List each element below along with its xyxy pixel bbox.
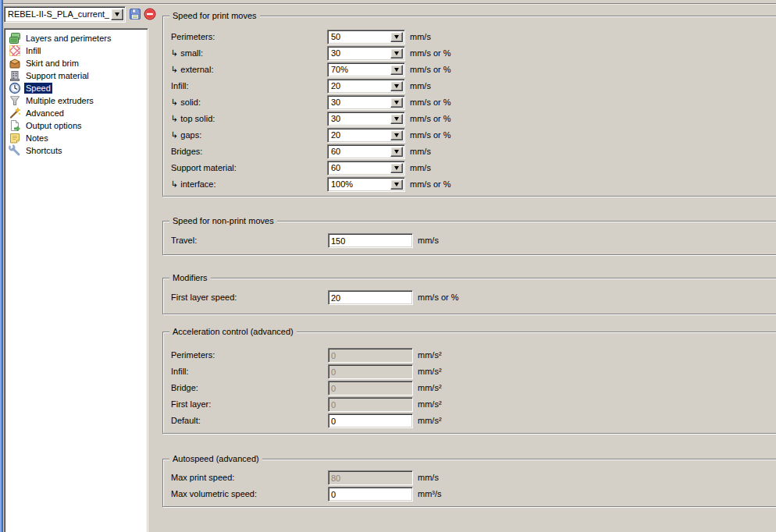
row-bridge-acceleration: Bridge: mm/s² (163, 381, 776, 395)
field-label: Perimeters: (171, 30, 215, 44)
sidebar-item-label: Output options (24, 120, 84, 131)
sidebar-item-notes[interactable]: Notes (5, 132, 148, 144)
support-interface-speed-combo[interactable]: 100% (327, 177, 405, 192)
chevron-down-icon[interactable] (390, 179, 403, 190)
row-infill: Infill: 20 mm/s (163, 79, 776, 94)
infill-speed-combo[interactable]: 20 (327, 79, 405, 94)
row-first-layer-acceleration: First layer: mm/s² (163, 397, 776, 412)
window-left-border (0, 0, 3, 532)
field-label: Bridge: (171, 381, 198, 395)
sidebar-item-label: Speed (24, 83, 52, 94)
sidebar-item-label: Advanced (24, 108, 66, 119)
unit-label: mm/s (410, 30, 431, 44)
sidebar-item-shortcuts[interactable]: Shortcuts (5, 144, 148, 157)
sidebar-item-skirt-and-brim[interactable]: Skirt and brim (5, 57, 148, 69)
chevron-down-icon[interactable] (390, 114, 403, 124)
default-acceleration-input[interactable] (328, 413, 413, 428)
chevron-down-icon[interactable] (111, 9, 123, 20)
group-speed-for-print-moves: Speed for print moves Perimeters: 50 mm/… (162, 16, 776, 197)
box-icon (9, 57, 21, 69)
group-modifiers: Modifiers First layer speed: mm/s or % (162, 278, 776, 314)
top-solid-infill-speed-combo[interactable]: 30 (327, 112, 405, 126)
field-label: ↳ solid: (171, 95, 201, 110)
max-print-speed-input (328, 470, 413, 485)
infill-acceleration-input (328, 364, 413, 379)
perimeters-acceleration-input (328, 348, 413, 363)
first-layer-speed-input[interactable] (328, 290, 413, 305)
combo-value: 20 (331, 130, 389, 140)
combo-value: 60 (331, 163, 389, 172)
sidebar-item-label: Infill (24, 45, 43, 56)
row-max-volumetric-speed: Max volumetric speed: mm³/s (163, 487, 776, 502)
group-title: Acceleration control (advanced) (169, 327, 297, 337)
travel-speed-input[interactable] (328, 233, 413, 248)
field-label: Default: (171, 413, 201, 428)
chevron-down-icon[interactable] (390, 130, 403, 140)
solid-infill-speed-combo[interactable]: 30 (327, 95, 405, 110)
field-label: First layer: (171, 397, 211, 412)
chevron-down-icon[interactable] (390, 48, 403, 59)
sidebar-item-infill[interactable]: Infill (5, 44, 148, 57)
unit-label: mm/s (418, 233, 439, 248)
unit-label: mm/s or % (410, 95, 451, 110)
chevron-down-icon[interactable] (390, 98, 403, 108)
group-title: Speed for print moves (169, 11, 260, 21)
unit-label: mm/s or % (410, 112, 451, 126)
row-support-material: Support material: 60 mm/s (163, 161, 776, 176)
field-label: Support material: (171, 161, 237, 176)
combo-value: 30 (331, 48, 389, 58)
unit-label: mm/s or % (410, 128, 451, 143)
support-material-speed-combo[interactable]: 60 (327, 161, 405, 176)
row-travel: Travel: mm/s (163, 233, 776, 248)
field-label: Bridges: (171, 144, 202, 159)
chevron-down-icon[interactable] (390, 81, 403, 91)
group-title: Speed for non-print moves (169, 216, 277, 226)
unit-label: mm/s or % (410, 46, 451, 61)
unit-label: mm/s² (418, 381, 442, 395)
field-label: ↳ interface: (171, 177, 216, 192)
unit-label: mm/s or % (410, 177, 451, 192)
row-top-solid-infill: ↳ top solid: 30 mm/s or % (163, 112, 776, 126)
note-icon (9, 132, 21, 144)
preset-select[interactable]: REBEL-II-S_PLA_current_s (4, 6, 126, 23)
sidebar-item-output-options[interactable]: Output options (5, 119, 148, 132)
unit-label: mm/s (410, 144, 431, 159)
row-gap-fill: ↳ gaps: 20 mm/s or % (163, 128, 776, 143)
row-default-acceleration: Default: mm/s² (163, 413, 776, 428)
group-speed-for-non-print-moves: Speed for non-print moves Travel: mm/s (162, 221, 776, 255)
chevron-down-icon[interactable] (390, 163, 403, 173)
sidebar-item-advanced[interactable]: Advanced (5, 107, 148, 119)
row-perimeters-acceleration: Perimeters: mm/s² (163, 348, 776, 363)
minus-circle-icon (144, 8, 156, 20)
external-perimeters-speed-combo[interactable]: 70% (327, 62, 405, 77)
row-external-perimeters: ↳ external: 70% mm/s or % (163, 62, 776, 77)
sidebar-item-layers-and-perimeters[interactable]: Layers and perimeters (5, 32, 148, 44)
unit-label: mm/s (410, 79, 431, 94)
sidebar-item-label: Skirt and brim (24, 58, 80, 69)
slic3r-print-settings-speed-page: REBEL-II-S_PLA_current_s Layers and peri… (0, 0, 776, 532)
infill-lattice-icon (9, 44, 21, 57)
save-preset-button[interactable] (127, 7, 142, 23)
chevron-down-icon[interactable] (390, 32, 403, 42)
bridges-speed-combo[interactable]: 60 (327, 144, 405, 159)
perimeters-speed-combo[interactable]: 50 (327, 30, 405, 44)
chevron-down-icon[interactable] (390, 65, 403, 75)
delete-preset-button[interactable] (142, 7, 157, 23)
small-perimeters-speed-combo[interactable]: 30 (327, 46, 405, 61)
unit-label: mm/s (410, 161, 431, 176)
row-perimeters: Perimeters: 50 mm/s (163, 30, 776, 44)
unit-label: mm/s (418, 470, 439, 485)
gap-fill-speed-combo[interactable]: 20 (327, 128, 405, 143)
sidebar-item-speed[interactable]: Speed (5, 82, 148, 94)
unit-label: mm/s or % (418, 290, 459, 305)
clock-icon (9, 82, 21, 94)
chevron-down-icon[interactable] (390, 147, 403, 157)
sidebar-item-support-material[interactable]: Support material (5, 69, 148, 82)
max-volumetric-speed-input[interactable] (328, 487, 413, 502)
row-support-interface: ↳ interface: 100% mm/s or % (163, 177, 776, 192)
sidebar-item-multiple-extruders[interactable]: Multiple extruders (5, 94, 148, 107)
group-autospeed: Autospeed (advanced) Max print speed: mm… (162, 459, 776, 507)
combo-value: 50 (331, 32, 389, 41)
layers-icon (9, 32, 21, 44)
row-first-layer-speed: First layer speed: mm/s or % (163, 290, 776, 305)
